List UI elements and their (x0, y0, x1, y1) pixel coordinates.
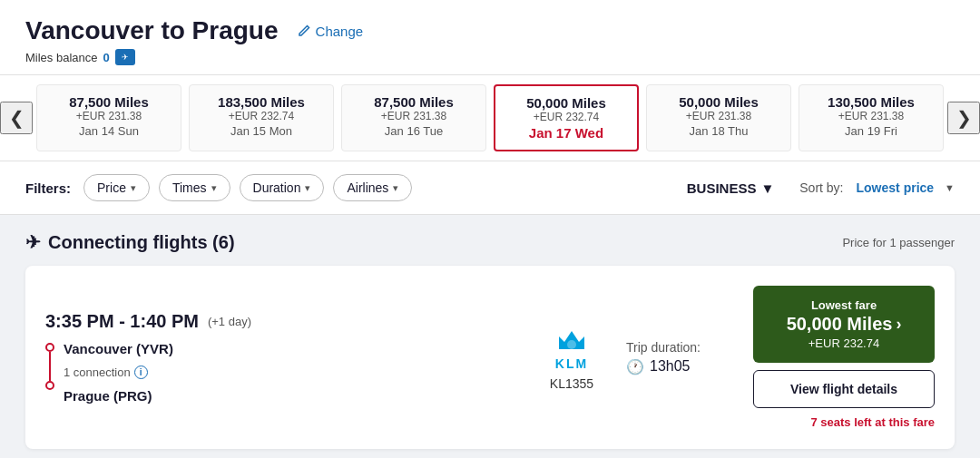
cabin-label: BUSINESS (687, 180, 757, 196)
header-title-row: Vancouver to Prague Change (25, 16, 955, 45)
sort-chevron: ▼ (945, 182, 955, 193)
date-eur-4: +EUR 231.38 (654, 110, 783, 122)
sort-value[interactable]: Lowest price (857, 180, 935, 195)
main-content: ✈ Connecting flights (6) Price for 1 pas… (0, 215, 980, 458)
filter-btn-duration[interactable]: Duration▾ (240, 174, 325, 201)
filter-buttons: Price▾Times▾Duration▾Airlines▾ (83, 174, 412, 201)
date-card-0[interactable]: 87,500 Miles +EUR 231.38 Jan 14 Sun (36, 84, 181, 151)
date-card-3[interactable]: 50,000 Miles +EUR 232.74 Jan 17 Wed (494, 84, 639, 151)
date-miles-2: 87,500 Miles (349, 94, 478, 110)
lowest-fare-miles-value: 50,000 Miles (787, 314, 893, 335)
next-date-arrow[interactable]: ❯ (947, 102, 980, 134)
filter-label-airlines: Airlines (347, 180, 388, 195)
duration-time: 13h05 (650, 358, 691, 375)
klm-logo: KLM (554, 324, 589, 371)
route-dot-origin (45, 343, 54, 352)
date-miles-5: 130,500 Miles (807, 94, 936, 110)
date-card-4[interactable]: 50,000 Miles +EUR 231.38 Jan 18 Thu (646, 84, 791, 151)
duration-label: Trip duration: (626, 340, 753, 355)
flight-number: KL1355 (550, 376, 593, 391)
lowest-fare-button[interactable]: Lowest fare 50,000 Miles › +EUR 232.74 (753, 286, 935, 363)
dest-city: Prague (PRG) (64, 388, 173, 404)
filter-btn-times[interactable]: Times▾ (159, 174, 230, 201)
date-eur-2: +EUR 231.38 (349, 110, 478, 122)
filter-chevron-airlines: ▾ (393, 182, 398, 194)
pencil-icon (297, 24, 311, 38)
miles-icon: ✈ (115, 49, 135, 65)
miles-balance: Miles balance 0 ✈ (25, 49, 955, 65)
origin-city-name: Vancouver (YVR) (64, 341, 173, 356)
date-label-4: Jan 18 Thu (654, 124, 783, 138)
seats-left: 7 seats left at this fare (753, 415, 935, 429)
filter-label-times: Times (172, 180, 207, 195)
price-per-passenger: Price for 1 passenger (842, 236, 955, 249)
route-line (45, 343, 54, 390)
depart-time: 3:35 PM - 1:40 PM (45, 311, 199, 332)
date-card-1[interactable]: 183,500 Miles +EUR 232.74 Jan 15 Mon (189, 84, 334, 151)
date-miles-3: 50,000 Miles (503, 95, 630, 111)
duration-section: Trip duration: 🕐 13h05 (626, 340, 753, 375)
route-visual: Vancouver (YVR) 1 connection i Prague (P… (45, 341, 517, 404)
filter-label-price: Price (97, 180, 126, 195)
cabin-dropdown[interactable]: BUSINESS ▼ (687, 180, 775, 196)
origin-city: Vancouver (YVR) (64, 341, 173, 356)
lowest-fare-eur: +EUR 232.74 (808, 336, 879, 350)
route-dot-dest (45, 381, 54, 390)
flight-card: 3:35 PM - 1:40 PM (+1 day) Vancouver (YV… (25, 266, 955, 449)
date-label-0: Jan 14 Sun (44, 124, 173, 138)
route-labels: Vancouver (YVR) 1 connection i Prague (P… (64, 341, 173, 404)
info-icon[interactable]: i (134, 365, 148, 379)
connecting-title: ✈ Connecting flights (6) (25, 231, 235, 253)
filter-chevron-duration: ▾ (305, 182, 310, 194)
duration-value: 🕐 13h05 (626, 358, 753, 375)
date-label-3: Jan 17 Wed (503, 125, 630, 141)
date-eur-5: +EUR 231.38 (807, 110, 936, 122)
lowest-fare-label: Lowest fare (811, 298, 877, 312)
date-label-5: Jan 19 Fri (807, 124, 936, 138)
view-details-button[interactable]: View flight details (753, 370, 935, 408)
date-slider: ❮ 87,500 Miles +EUR 231.38 Jan 14 Sun 18… (0, 75, 980, 161)
prev-date-arrow[interactable]: ❮ (0, 102, 33, 134)
klm-text: KLM (555, 356, 588, 371)
connecting-header: ✈ Connecting flights (6) Price for 1 pas… (25, 231, 955, 253)
lowest-fare-miles: 50,000 Miles › (787, 314, 902, 335)
miles-balance-value: 0 (103, 51, 110, 64)
dest-city-name: Prague (PRG) (64, 388, 152, 404)
connecting-title-text: Connecting flights (6) (48, 232, 235, 253)
filters-bar: Filters: Price▾Times▾Duration▾Airlines▾ … (0, 161, 980, 215)
page-title: Vancouver to Prague (25, 16, 279, 45)
date-miles-4: 50,000 Miles (654, 94, 783, 110)
header: Vancouver to Prague Change Miles balance… (0, 0, 980, 75)
lowest-fare-arrow-icon: › (896, 315, 901, 334)
date-cards-wrapper: 87,500 Miles +EUR 231.38 Jan 14 Sun 183,… (33, 84, 947, 151)
svg-rect-1 (567, 340, 576, 349)
plus-day: (+1 day) (208, 315, 251, 328)
filter-btn-price[interactable]: Price▾ (83, 174, 150, 201)
route-vert (49, 352, 51, 381)
date-card-5[interactable]: 130,500 Miles +EUR 231.38 Jan 19 Fri (799, 84, 944, 151)
filters-label: Filters: (25, 180, 71, 196)
filter-btn-airlines[interactable]: Airlines▾ (333, 174, 412, 201)
date-eur-1: +EUR 232.74 (197, 110, 326, 122)
date-miles-1: 183,500 Miles (197, 94, 326, 110)
flight-info: 3:35 PM - 1:40 PM (+1 day) Vancouver (YV… (45, 311, 517, 404)
date-card-2[interactable]: 87,500 Miles +EUR 231.38 Jan 16 Tue (341, 84, 486, 151)
flight-times: 3:35 PM - 1:40 PM (+1 day) (45, 311, 517, 332)
klm-crown-svg (554, 324, 589, 353)
airline-section: KLM KL1355 (517, 324, 626, 391)
pricing-section: Lowest fare 50,000 Miles › +EUR 232.74 V… (753, 286, 935, 429)
change-button[interactable]: Change (291, 22, 369, 41)
sort-label: Sort by: (799, 180, 843, 195)
date-label-1: Jan 15 Mon (197, 124, 326, 138)
date-eur-3: +EUR 232.74 (503, 111, 630, 123)
klm-crown-icon (554, 324, 589, 356)
filter-label-duration: Duration (253, 180, 301, 195)
filter-chevron-price: ▾ (131, 182, 136, 194)
date-miles-0: 87,500 Miles (44, 94, 173, 110)
date-label-2: Jan 16 Tue (349, 124, 478, 138)
cabin-chevron: ▼ (760, 180, 774, 196)
plane-icon: ✈ (25, 231, 41, 253)
connection-info: 1 connection i (64, 365, 173, 379)
clock-icon: 🕐 (626, 358, 644, 375)
date-eur-0: +EUR 231.38 (44, 110, 173, 122)
